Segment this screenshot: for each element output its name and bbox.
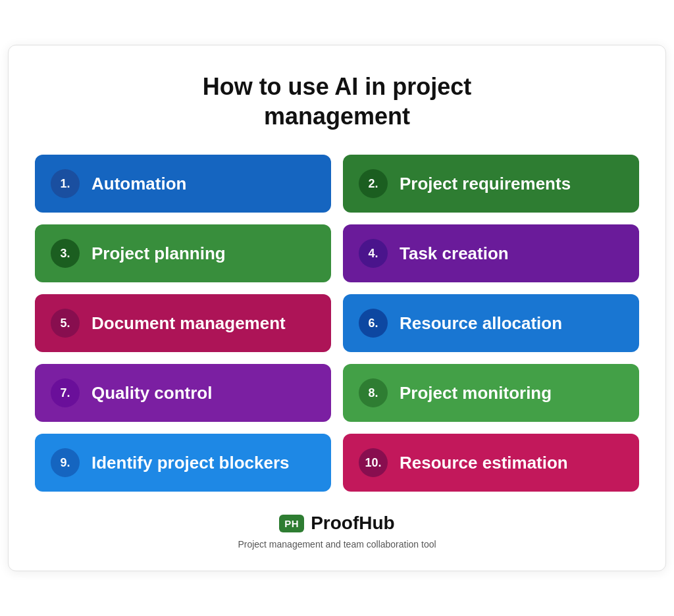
item-label-4: Task creation bbox=[400, 244, 509, 264]
grid-item-6: 6.Resource allocation bbox=[343, 294, 639, 352]
grid-item-2: 2.Project requirements bbox=[343, 155, 639, 213]
item-badge-5: 5. bbox=[51, 309, 80, 338]
grid-item-1: 1.Automation bbox=[35, 155, 331, 213]
item-label-6: Resource allocation bbox=[400, 313, 562, 334]
item-label-7: Quality control bbox=[91, 383, 212, 403]
grid-item-8: 8.Project monitoring bbox=[343, 364, 639, 422]
brand-tagline: Project management and team collaboratio… bbox=[238, 539, 436, 550]
grid-item-3: 3.Project planning bbox=[35, 224, 331, 282]
grid-item-10: 10.Resource estimation bbox=[343, 434, 639, 492]
item-label-3: Project planning bbox=[91, 244, 226, 264]
page-title: How to use AI in projectmanagement bbox=[35, 72, 639, 131]
item-badge-7: 7. bbox=[51, 378, 80, 407]
item-badge-2: 2. bbox=[359, 169, 388, 198]
item-badge-8: 8. bbox=[359, 378, 388, 407]
item-badge-6: 6. bbox=[359, 309, 388, 338]
item-label-5: Document management bbox=[91, 313, 286, 334]
main-card: How to use AI in projectmanagement 1.Aut… bbox=[8, 45, 666, 571]
item-label-10: Resource estimation bbox=[400, 453, 568, 473]
grid-item-4: 4.Task creation bbox=[343, 224, 639, 282]
grid-item-7: 7.Quality control bbox=[35, 364, 331, 422]
item-badge-4: 4. bbox=[359, 239, 388, 268]
footer: PH ProofHub Project management and team … bbox=[35, 513, 639, 550]
grid-item-9: 9.Identify project blockers bbox=[35, 434, 331, 492]
brand-row: PH ProofHub bbox=[279, 513, 394, 534]
grid-item-5: 5.Document management bbox=[35, 294, 331, 352]
item-badge-1: 1. bbox=[51, 169, 80, 198]
item-label-9: Identify project blockers bbox=[91, 453, 290, 473]
items-grid: 1.Automation2.Project requirements3.Proj… bbox=[35, 155, 639, 492]
brand-logo: PH bbox=[279, 515, 304, 532]
item-badge-10: 10. bbox=[359, 448, 388, 477]
brand-name: ProofHub bbox=[311, 513, 395, 534]
item-badge-9: 9. bbox=[51, 448, 80, 477]
item-badge-3: 3. bbox=[51, 239, 80, 268]
item-label-8: Project monitoring bbox=[400, 383, 552, 403]
item-label-1: Automation bbox=[91, 174, 186, 194]
item-label-2: Project requirements bbox=[400, 174, 571, 194]
